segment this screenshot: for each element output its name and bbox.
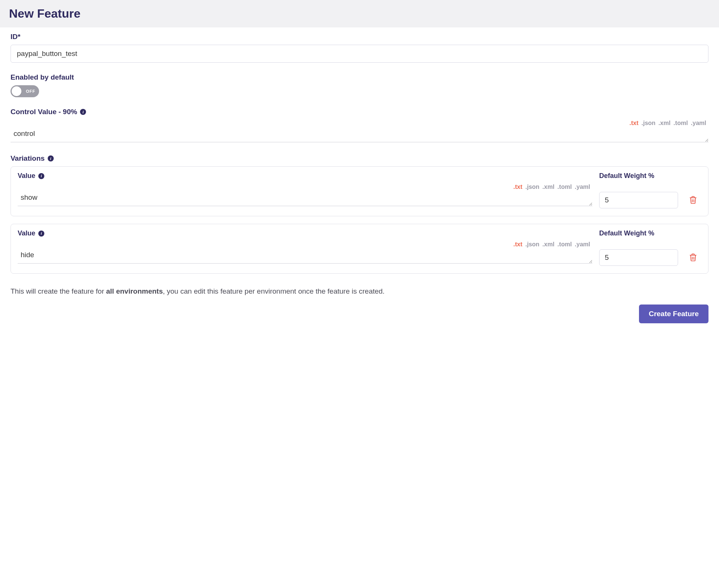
variation-weight-label: Default Weight % bbox=[599, 172, 678, 180]
format-option-json[interactable]: .json bbox=[526, 184, 539, 190]
delete-variation-button[interactable] bbox=[687, 251, 699, 264]
id-label: ID* bbox=[11, 33, 708, 41]
toggle-state: OFF bbox=[26, 89, 35, 93]
variation-weight-input[interactable] bbox=[599, 249, 678, 266]
format-option-toml[interactable]: .toml bbox=[557, 184, 572, 190]
format-option-txt[interactable]: .txt bbox=[514, 241, 523, 248]
format-option-yaml[interactable]: .yaml bbox=[575, 241, 590, 248]
delete-variation-button[interactable] bbox=[687, 193, 699, 206]
variation-card: Valuei.txt.json.xml.toml.yamlDefault Wei… bbox=[11, 224, 708, 274]
variation-value-label-text: Value bbox=[18, 172, 35, 180]
variations-label-text: Variations bbox=[11, 154, 45, 163]
control-value-label: Control Value - 90% i bbox=[11, 108, 708, 116]
variation-value-label-text: Value bbox=[18, 229, 35, 237]
format-option-toml[interactable]: .toml bbox=[557, 241, 572, 248]
variations-list: Valuei.txt.json.xml.toml.yamlDefault Wei… bbox=[11, 166, 708, 274]
trash-icon bbox=[688, 195, 698, 205]
footer-note-prefix: This will create the feature for bbox=[11, 287, 106, 295]
footer-note-bold: all environments bbox=[106, 287, 163, 295]
format-option-toml[interactable]: .toml bbox=[674, 120, 688, 127]
control-value-input[interactable] bbox=[11, 127, 708, 142]
format-option-txt[interactable]: .txt bbox=[514, 184, 523, 190]
variation-value-label: Valuei bbox=[18, 172, 592, 180]
variations-label: Variations i bbox=[11, 154, 708, 163]
format-option-xml[interactable]: .xml bbox=[659, 120, 671, 127]
trash-icon bbox=[688, 252, 698, 262]
variation-format-row: .txt.json.xml.toml.yaml bbox=[18, 184, 592, 190]
footer-note-suffix: , you can edit this feature per environm… bbox=[163, 287, 385, 295]
format-option-yaml[interactable]: .yaml bbox=[691, 120, 706, 127]
header-bar: New Feature bbox=[0, 0, 719, 27]
format-option-txt[interactable]: .txt bbox=[630, 120, 639, 127]
page-title: New Feature bbox=[9, 7, 710, 21]
info-icon[interactable]: i bbox=[38, 231, 44, 237]
info-icon[interactable]: i bbox=[80, 109, 86, 115]
enabled-label: Enabled by default bbox=[11, 73, 708, 81]
info-icon[interactable]: i bbox=[48, 155, 54, 161]
format-option-json[interactable]: .json bbox=[526, 241, 539, 248]
variation-weight-label: Default Weight % bbox=[599, 229, 678, 237]
id-input[interactable] bbox=[11, 45, 708, 63]
format-option-xml[interactable]: .xml bbox=[542, 184, 554, 190]
footer-note: This will create the feature for all env… bbox=[11, 287, 708, 296]
control-format-row: .txt.json.xml.toml.yaml bbox=[11, 120, 708, 127]
variation-format-row: .txt.json.xml.toml.yaml bbox=[18, 241, 592, 248]
variation-weight-input[interactable] bbox=[599, 192, 678, 208]
variation-value-input[interactable] bbox=[18, 249, 592, 264]
create-feature-button[interactable]: Create Feature bbox=[639, 305, 708, 323]
toggle-knob bbox=[12, 86, 21, 96]
info-icon[interactable]: i bbox=[38, 173, 44, 179]
format-option-json[interactable]: .json bbox=[642, 120, 656, 127]
variation-card: Valuei.txt.json.xml.toml.yamlDefault Wei… bbox=[11, 166, 708, 216]
control-value-label-text: Control Value - 90% bbox=[11, 108, 77, 116]
format-option-xml[interactable]: .xml bbox=[542, 241, 554, 248]
variation-value-label: Valuei bbox=[18, 229, 592, 237]
enabled-toggle[interactable]: OFF bbox=[11, 85, 39, 97]
actions-row: Create Feature bbox=[11, 305, 708, 323]
form-content: ID* Enabled by default OFF Control Value… bbox=[0, 27, 719, 332]
variation-value-input[interactable] bbox=[18, 191, 592, 206]
format-option-yaml[interactable]: .yaml bbox=[575, 184, 590, 190]
